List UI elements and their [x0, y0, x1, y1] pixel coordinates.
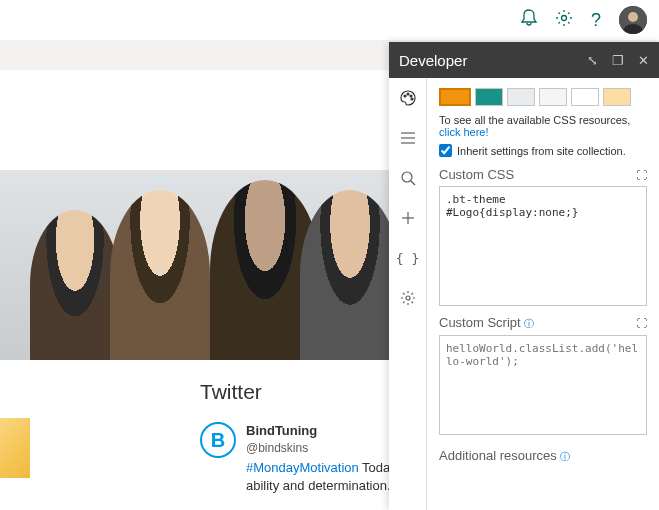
swatch-light[interactable] [507, 88, 535, 106]
svg-point-11 [402, 172, 412, 182]
inherit-checkbox[interactable] [439, 144, 452, 157]
tab-code[interactable]: { } [389, 238, 426, 278]
svg-point-6 [410, 95, 412, 97]
user-avatar[interactable] [619, 6, 647, 34]
custom-script-label-row: Custom Scriptⓘ ⛶ [439, 315, 647, 331]
tweet-avatar[interactable]: B [200, 422, 236, 458]
hero-person [300, 190, 400, 360]
help-icon[interactable]: ? [591, 10, 601, 31]
developer-panel: Developer ⤡ ❐ ✕ { } [389, 42, 659, 510]
info-icon[interactable]: ⓘ [560, 451, 570, 462]
developer-panel-title: Developer [399, 52, 467, 69]
swatch-orange[interactable] [439, 88, 471, 106]
sidebar-image-fragment [0, 418, 30, 478]
additional-resources-label: Additional resources [439, 448, 557, 463]
info-icon[interactable]: ⓘ [524, 318, 534, 329]
restore-icon[interactable]: ❐ [612, 53, 624, 68]
tab-search[interactable] [389, 158, 426, 198]
custom-css-label-row: Custom CSS ⛶ [439, 167, 647, 182]
tab-add[interactable] [389, 198, 426, 238]
expand-script-icon[interactable]: ⛶ [636, 317, 647, 329]
inherit-label: Inherit settings from site collection. [457, 145, 626, 157]
close-icon[interactable]: ✕ [638, 53, 649, 68]
developer-tab-content: To see all the available CSS resources, … [427, 78, 659, 510]
developer-panel-body: { } To see all the available CSS resourc… [389, 78, 659, 510]
svg-point-7 [411, 98, 413, 100]
tab-menu[interactable] [389, 118, 426, 158]
svg-point-0 [561, 16, 566, 21]
tweet-text-line2: ability and determination. 🎯 [246, 478, 410, 493]
custom-script-label: Custom Script [439, 315, 521, 330]
swatch-white[interactable] [571, 88, 599, 106]
svg-point-15 [406, 296, 410, 300]
top-bar: ? [0, 0, 659, 40]
additional-resources-label-row: Additional resourcesⓘ [439, 448, 647, 464]
tab-theme[interactable] [389, 78, 426, 118]
resources-link[interactable]: click here! [439, 126, 489, 138]
inherit-checkbox-row[interactable]: Inherit settings from site collection. [439, 144, 647, 157]
notifications-icon[interactable] [521, 9, 537, 31]
swatch-teal[interactable] [475, 88, 503, 106]
expand-css-icon[interactable]: ⛶ [636, 169, 647, 181]
swatch-peach[interactable] [603, 88, 631, 106]
custom-css-input[interactable] [439, 186, 647, 306]
custom-script-input[interactable] [439, 335, 647, 435]
svg-point-4 [404, 95, 406, 97]
tweet-hashtag[interactable]: #MondayMotivation [246, 460, 359, 475]
developer-panel-actions: ⤡ ❐ ✕ [587, 53, 649, 68]
custom-css-label: Custom CSS [439, 167, 514, 182]
resources-hint-text: To see all the available CSS resources, [439, 114, 630, 126]
developer-panel-header: Developer ⤡ ❐ ✕ [389, 42, 659, 78]
svg-line-12 [411, 181, 415, 185]
svg-point-5 [407, 93, 409, 95]
hero-person [110, 190, 210, 360]
hero-person [30, 210, 120, 360]
svg-point-2 [628, 12, 638, 22]
tab-settings[interactable] [389, 278, 426, 318]
swatch-gray[interactable] [539, 88, 567, 106]
color-swatches [439, 88, 647, 106]
developer-tabs: { } [389, 78, 427, 510]
settings-icon[interactable] [555, 9, 573, 31]
resources-hint: To see all the available CSS resources, … [439, 114, 647, 138]
collapse-icon[interactable]: ⤡ [587, 53, 598, 68]
